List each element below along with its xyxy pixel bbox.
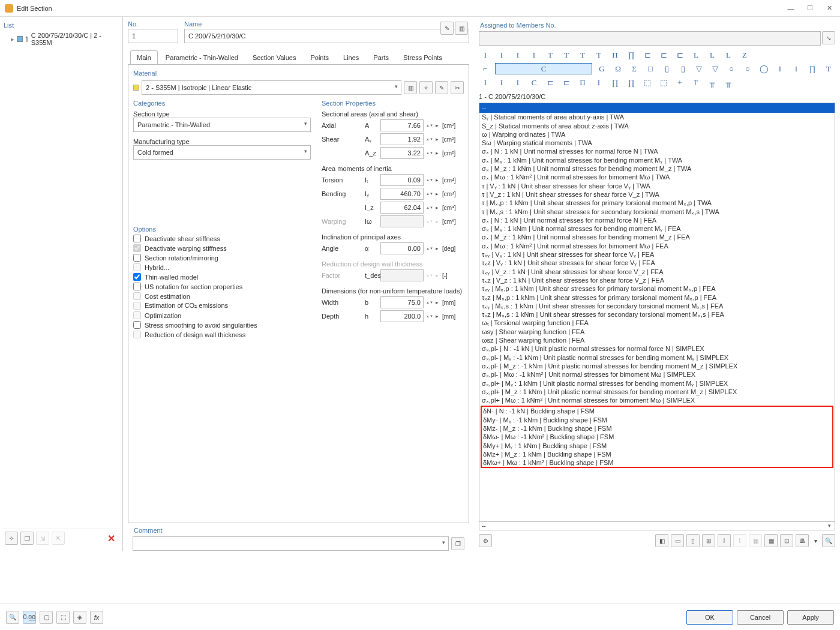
result-item[interactable]: S_z | Statical moments of area about z-a… — [479, 122, 835, 130]
shape-icon[interactable]: C — [527, 77, 541, 88]
dropdown-icon[interactable]: ▾ — [811, 534, 820, 547]
shape-icon[interactable]: ⊏ — [657, 49, 670, 61]
result-item[interactable]: τ | V_z : 1 kN | Unit shear stresses for… — [479, 190, 835, 199]
view-mode-icon[interactable]: ⬚ — [56, 611, 70, 624]
result-item[interactable]: σₓ | Mω : 1 kNm² | Unit normal stresses … — [479, 242, 835, 250]
shape-plus-icon[interactable]: + — [673, 77, 686, 88]
ay-field[interactable] — [380, 133, 424, 145]
shape-icon[interactable]: ⊏ — [544, 77, 557, 88]
name-field[interactable] — [184, 29, 469, 43]
result-header[interactable]: -- — [479, 103, 835, 113]
result-dropdown[interactable]: -- — [479, 522, 835, 530]
edit-name-icon[interactable]: ✎ — [440, 22, 454, 35]
mfgtype-select[interactable] — [133, 145, 311, 160]
opt-thinwalled[interactable]: Thin-walled model — [133, 273, 311, 281]
shape-icon[interactable]: I — [773, 63, 787, 74]
maximize-button[interactable]: ☐ — [806, 5, 814, 12]
shape-icon[interactable]: ○ — [741, 63, 754, 74]
tab-points[interactable]: Points — [304, 50, 335, 65]
tab-stress-points[interactable]: Stress Points — [397, 50, 449, 65]
result-item[interactable]: τₓᵧ | V_z : 1 kN | Unit shear stresses f… — [479, 268, 835, 276]
shape-icon[interactable]: ▯ — [660, 63, 673, 74]
shape-icon[interactable]: Π — [576, 77, 589, 88]
minimize-button[interactable]: — — [787, 5, 794, 12]
shape-icon[interactable]: I — [790, 63, 803, 74]
shape-icon[interactable]: ╥ — [706, 77, 719, 88]
search-tool-icon[interactable]: 🔍 — [822, 534, 835, 547]
result-item-fsm[interactable]: δMω- | Mω : -1 kNm² | Buckling shape | F… — [482, 433, 832, 441]
print-icon[interactable]: 🖶 — [796, 534, 809, 547]
no-field[interactable] — [128, 29, 178, 43]
opt-rotation[interactable]: Section rotation/mirroring — [133, 254, 311, 262]
result-item[interactable]: σₓ,pl- | Mω : -1 kNm² | Unit normal stre… — [479, 370, 835, 379]
shape-icon[interactable]: T — [576, 49, 589, 61]
shape-icon[interactable]: ◯ — [757, 63, 770, 74]
view-tool-icon[interactable]: I — [733, 534, 746, 547]
view-tool-icon[interactable]: ▯ — [686, 534, 700, 547]
calc-icon[interactable]: 0.0̲0̲ — [23, 611, 36, 624]
view-tool-icon[interactable]: ◧ — [655, 534, 668, 547]
material-new-icon[interactable]: ✧ — [419, 81, 433, 94]
shape-icon[interactable]: Ω — [611, 63, 625, 74]
result-item[interactable]: τ | Vᵧ : 1 kN | Unit shear stresses for … — [479, 182, 835, 190]
result-item-fsm[interactable]: δMy+ | Mᵧ : 1 kNm | Buckling shape | FSM — [482, 442, 832, 450]
result-item[interactable]: σₓ,pl- | M_z : -1 kNm | Unit plastic nor… — [479, 362, 835, 370]
shape-icon[interactable]: ∏ — [608, 77, 622, 88]
shape-icon[interactable]: I — [495, 49, 508, 61]
library-icon[interactable]: ▥ — [455, 22, 468, 35]
cancel-button[interactable]: Cancel — [737, 610, 784, 625]
shape-l-icon[interactable]: L — [689, 49, 703, 61]
shape-icon[interactable]: T — [560, 49, 573, 61]
result-item[interactable]: σₓ,pl+ | Mᵧ : 1 kNm | Unit plastic norma… — [479, 379, 835, 388]
it-field[interactable] — [380, 174, 424, 186]
result-item[interactable]: σₓ | N : 1 kN | Unit normal stresses for… — [479, 147, 835, 155]
shape-icon[interactable]: ∏ — [806, 63, 819, 74]
view-tool-icon[interactable]: ▭ — [671, 534, 684, 547]
help-icon[interactable]: 🔍 — [6, 611, 19, 624]
close-button[interactable]: ✕ — [826, 5, 833, 12]
assigned-field[interactable] — [479, 31, 821, 46]
shape-icon[interactable]: ▽ — [692, 63, 706, 74]
shape-icon[interactable]: ⌐ — [479, 63, 492, 74]
shape-c-icon[interactable]: ⊏ — [641, 49, 654, 61]
result-item[interactable]: ωsy | Shear warping function | FEA — [479, 328, 835, 336]
shape-icon[interactable]: ∏ — [625, 77, 638, 88]
shape-icon[interactable]: I — [592, 77, 605, 88]
shape-icon[interactable]: ╥ — [722, 77, 735, 88]
result-item[interactable]: σₓ | N : 1 kN | Unit normal stresses for… — [479, 216, 835, 224]
shape-icon[interactable]: ꓅ — [689, 77, 703, 88]
shape-icon[interactable]: ∏ — [625, 49, 638, 61]
result-item[interactable]: Sᵧ | Statical moments of area about y-ax… — [479, 113, 835, 121]
sectiontype-select[interactable] — [133, 118, 311, 132]
opt-shear[interactable]: Deactivate shear stiffness — [133, 235, 311, 242]
shape-box-icon[interactable]: □ — [644, 63, 657, 74]
ok-button[interactable]: OK — [686, 610, 733, 625]
new-section-button[interactable]: ✧ — [5, 532, 18, 545]
tool-button[interactable]: ⇲ — [36, 532, 49, 545]
shape-icon[interactable]: I — [511, 77, 524, 88]
iz-field[interactable] — [380, 202, 424, 214]
shape-icon[interactable]: L — [706, 49, 719, 61]
result-item-fsm[interactable]: δN- | N : -1 kN | Buckling shape | FSM — [482, 407, 832, 415]
section-list[interactable]: ▸ 1 C 200/75/2/10/30/C | 2 - S355M — [2, 31, 120, 529]
result-item[interactable]: τₓz | Mₓ,p : 1 kNm | Unit shear stresses… — [479, 293, 835, 302]
result-item[interactable]: σₓ,pl+ | Mω : 1 kNm² | Unit normal stres… — [479, 396, 835, 404]
shape-icon[interactable]: I — [495, 77, 508, 88]
tool-button[interactable]: ⇱ — [52, 532, 65, 545]
result-item[interactable]: σₓ,pl- | N : -1 kN | Unit plastic normal… — [479, 344, 835, 353]
list-item[interactable]: ▸ 1 C 200/75/2/10/30/C | 2 - S355M — [11, 31, 120, 47]
view-mode-icon[interactable]: ◈ — [73, 611, 86, 624]
fx-icon[interactable]: fx — [90, 611, 103, 624]
result-item[interactable]: τ | Mₓ,s : 1 kNm | Unit shear stresses f… — [479, 208, 835, 216]
delete-button[interactable]: ✕ — [104, 532, 118, 545]
tab-parts[interactable]: Parts — [367, 50, 395, 65]
shape-icon[interactable]: ▽ — [709, 63, 722, 74]
result-item[interactable]: σₓ | Mᵧ : 1 kNm | Unit normal stresses f… — [479, 224, 835, 233]
view-mode-icon[interactable]: ▢ — [40, 611, 53, 624]
angle-field[interactable] — [380, 242, 424, 254]
shape-icon[interactable]: Π — [608, 49, 622, 61]
shape-z-icon[interactable]: Z — [738, 49, 751, 61]
view-tool-icon[interactable]: ▦ — [749, 534, 762, 547]
az-field[interactable] — [380, 147, 424, 159]
result-item-fsm[interactable]: δMω+ | Mω : 1 kNm² | Buckling shape | FS… — [482, 458, 832, 467]
